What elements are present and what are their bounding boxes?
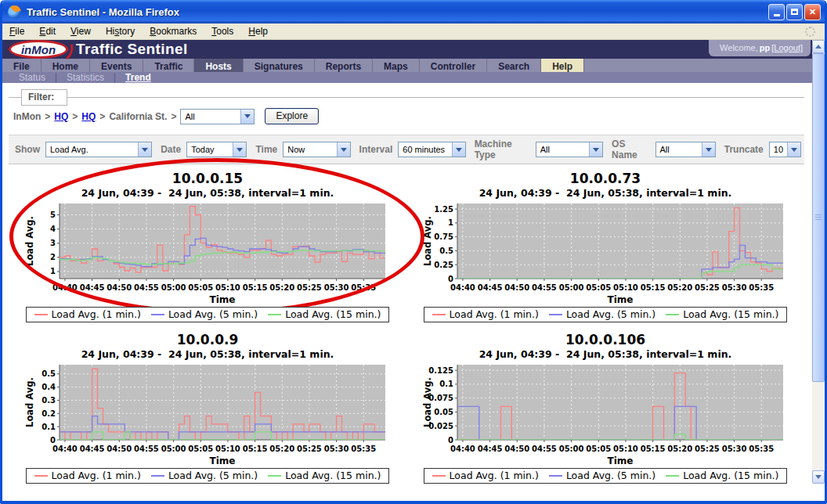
menu-history[interactable]: History [106,26,135,37]
svg-text:05:25: 05:25 [695,283,720,292]
scrollbar-track[interactable] [812,382,825,470]
subnav-item-status[interactable]: Status [9,72,56,83]
date-select[interactable]: Today [186,142,247,157]
zone-select[interactable]: All [180,109,255,124]
legend-item: Load Avg. (15 min.) [666,308,778,320]
date-select-dropdown-button[interactable] [233,142,246,157]
legend-line-swatch [34,475,48,477]
os-name-select-dropdown-button[interactable] [702,142,715,157]
legend-line-swatch [666,475,679,477]
tab-reports[interactable]: Reports [315,59,373,72]
close-button[interactable]: ✕ [804,4,821,20]
chart-legend: Load Avg. (1 min.)Load Avg. (5 min.)Load… [424,468,788,484]
show-select-dropdown-button[interactable] [138,142,151,157]
scrollbar[interactable] [812,40,825,484]
svg-text:5: 5 [50,211,56,219]
chart-subtitle: 24 Jun, 04:39 - 24 Jun, 05:38, interval=… [9,348,406,360]
window-titlebar[interactable]: Traffic Sentinel - Mozilla Firefox ✕ [2,0,825,23]
show-select[interactable]: Load Avg. [45,142,152,157]
legend-item: Load Avg. (5 min.) [549,470,655,481]
show-select-value: Load Avg. [46,145,138,154]
legend-line-swatch [268,314,281,315]
svg-text:0: 0 [448,275,453,283]
svg-text:3: 3 [50,239,56,247]
svg-text:Load Avg.: Load Avg. [24,216,35,266]
menu-bookmarks[interactable]: Bookmarks [150,26,197,37]
maximize-button[interactable] [786,4,803,20]
chart-subtitle: 24 Jun, 04:39 - 24 Jun, 05:38, interval=… [9,187,406,199]
svg-text:1: 1 [448,218,453,227]
control-label-interval: Interval [359,144,393,155]
scrollbar-thumb[interactable] [812,53,825,382]
minimize-button[interactable] [768,4,785,20]
breadcrumb-link-hq[interactable]: HQ [81,111,96,122]
explore-button[interactable]: Explore [265,108,319,124]
os-name-select[interactable]: All [655,142,716,157]
tab-home[interactable]: Home [42,59,90,72]
svg-text:05:25: 05:25 [297,283,322,292]
breadcrumb-separator: > [99,111,105,122]
svg-text:05:00: 05:00 [559,283,584,292]
tab-signatures[interactable]: Signatures [244,59,315,72]
svg-text:05:15: 05:15 [243,445,268,453]
tab-maps[interactable]: Maps [373,59,420,72]
legend-line-swatch [549,314,562,315]
interval-select[interactable]: 60 minutes [398,142,465,157]
svg-text:0.1: 0.1 [439,380,453,388]
machine-type-select[interactable]: All [536,142,603,157]
logout-link[interactable]: [Logout] [771,43,803,52]
tab-events[interactable]: Events [90,59,143,72]
svg-text:05:30: 05:30 [324,283,349,292]
subnav-item-statistics[interactable]: Statistics [56,72,114,83]
svg-text:05:35: 05:35 [749,283,774,292]
inmon-logo-text: inMon [21,43,56,56]
tab-hosts[interactable]: Hosts [194,59,243,72]
scroll-down-button[interactable] [812,470,825,484]
legend-label: Load Avg. (5 min.) [168,308,258,320]
legend-item: Load Avg. (1 min.) [34,470,141,481]
scroll-up-button[interactable] [812,40,825,53]
filter-panel: Filter: InMon>HQ>HQ>California St.>AllEx… [9,97,804,129]
svg-text:04:50: 04:50 [504,445,529,453]
svg-text:05:25: 05:25 [695,445,720,453]
time-select-dropdown-button[interactable] [337,142,350,157]
menu-view[interactable]: View [70,26,91,37]
subnav-item-trend[interactable]: Trend [115,72,161,83]
chart-plot: 00.10.20.30.40.504:4004:4504:5004:5505:0… [23,360,392,466]
chart-10-0-0-73: 10.0.0.7324 Jun, 04:39 - 24 Jun, 05:38, … [406,171,804,322]
time-select[interactable]: Now [283,142,350,157]
svg-text:04:55: 04:55 [134,283,159,292]
legend-item: Load Avg. (1 min.) [432,470,539,481]
interval-select-dropdown-button[interactable] [452,142,465,157]
chevron-down-icon [791,148,797,152]
legend-label: Load Avg. (15 min.) [683,308,778,320]
svg-text:05:35: 05:35 [749,445,774,453]
chart-legend: Load Avg. (1 min.)Load Avg. (5 min.)Load… [424,307,788,322]
menu-help[interactable]: Help [248,26,268,37]
tab-search[interactable]: Search [487,59,541,72]
tab-controller[interactable]: Controller [420,59,487,72]
tab-file[interactable]: File [2,59,42,72]
close-icon: ✕ [809,7,816,17]
legend-label: Load Avg. (15 min.) [683,470,778,481]
svg-text:05:10: 05:10 [215,445,240,453]
machine-type-select-dropdown-button[interactable] [589,142,602,157]
svg-text:2: 2 [50,253,56,261]
tab-help[interactable]: Help [541,59,584,72]
menu-tools[interactable]: Tools [211,26,233,37]
legend-item: Load Avg. (5 min.) [151,308,258,320]
svg-text:05:35: 05:35 [351,283,376,292]
truncate-select[interactable]: 10 [769,142,801,157]
menu-edit[interactable]: Edit [39,26,56,37]
legend-label: Load Avg. (15 min.) [285,308,381,320]
menu-file[interactable]: File [9,26,24,37]
svg-text:4: 4 [50,225,56,233]
tab-traffic[interactable]: Traffic [143,59,194,72]
chart-10-0-0-9: 10.0.0.924 Jun, 04:39 - 24 Jun, 05:38, i… [9,332,406,484]
zone-select-dropdown-button[interactable] [240,110,254,124]
truncate-select-dropdown-button[interactable] [787,142,800,157]
breadcrumb-link-hq[interactable]: HQ [54,111,68,122]
legend-label: Load Avg. (5 min.) [566,308,655,320]
breadcrumb-separator: > [171,111,176,122]
legend-item: Load Avg. (5 min.) [151,470,258,481]
